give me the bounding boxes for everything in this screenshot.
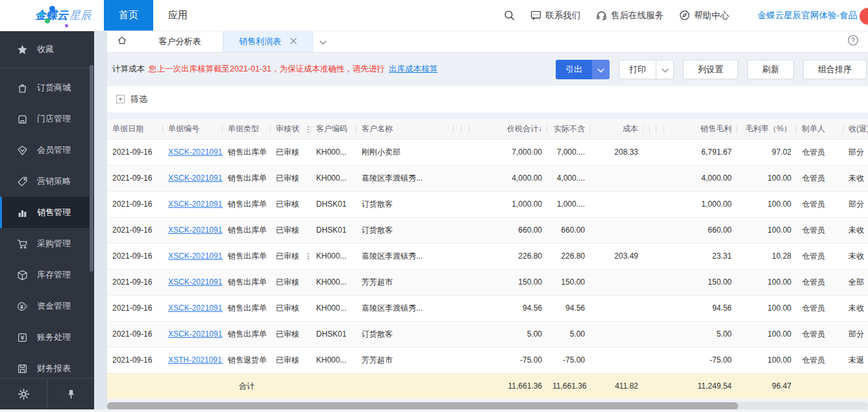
print-dropdown[interactable] <box>656 60 674 79</box>
header-col-audit-status[interactable]: 审核状态 <box>271 120 299 139</box>
cell-col-bill-type: 销售出库单 <box>223 243 271 269</box>
page-help-button[interactable] <box>847 31 868 52</box>
sidebar-item-funds-management[interactable]: 资金管理 <box>0 290 94 322</box>
brand-logo[interactable]: 金蝶云 星辰 <box>0 0 104 31</box>
cell-col-gross-profit: 23.31 <box>664 243 737 269</box>
cell-col-bill-type: 销售出库单 <box>223 217 271 243</box>
account-switcher[interactable]: 金蝶云星辰官网体验-食品 <box>758 0 868 31</box>
total-col-creator <box>797 373 843 399</box>
sidebar-item-inventory-management[interactable]: 库存管理 <box>0 259 94 290</box>
export-button[interactable]: 引出 <box>556 60 592 79</box>
cell-col-actual-amount: 94.56 <box>547 295 590 321</box>
cell-col-audit-status: 已审核 <box>271 347 299 373</box>
header-col-creator[interactable]: 制单人 <box>797 120 843 139</box>
header-col-payment-status[interactable]: 收(退)款状态 <box>843 120 868 139</box>
cell-col-spacer <box>462 321 469 347</box>
tab-close-icon[interactable] <box>290 38 297 45</box>
cell-col-spacer <box>650 191 656 217</box>
cell-col-cost <box>590 269 643 295</box>
bill-no-link[interactable]: XSCK-20210916 <box>168 303 223 313</box>
header-col-cost[interactable]: 成本 <box>590 120 643 139</box>
header-col-customer-code[interactable]: 客户编码 <box>311 120 356 139</box>
sidebar-item-order-mall[interactable]: 订货商城 <box>0 72 94 103</box>
tab-sales-profit[interactable]: 销售利润表 <box>223 31 313 52</box>
report-icon <box>17 363 28 374</box>
bill-no-link[interactable]: XSTH-20210916 <box>168 355 223 365</box>
cell-col-cost: 208.33 <box>590 139 643 165</box>
sidebar-bottom-bar <box>0 378 94 412</box>
header-col-spacer[interactable] <box>462 120 469 139</box>
search-button[interactable] <box>504 10 515 21</box>
bill-no-link[interactable]: XSCK-20210916 <box>168 251 223 261</box>
cost-accounting-link[interactable]: 出库成本核算 <box>389 64 438 75</box>
header-col-bill-date[interactable]: 单据日期 <box>107 120 163 139</box>
cell-col-spacer <box>650 165 656 191</box>
total-col-gross-margin: 96.47 <box>737 373 797 399</box>
cell-col-spacer <box>454 295 462 321</box>
sidebar: 收藏订货商城门店管理会员管理营销策略销售管理采购管理库存管理资金管理账务处理财务… <box>0 31 94 412</box>
cell-col-creator: 仓管员 <box>797 191 843 217</box>
header-col-spacer[interactable] <box>650 120 656 139</box>
table-body: 2021-09-16XSCK-20210916销售出库单已审核KH000...刚… <box>107 139 868 399</box>
chevron-down-icon <box>662 64 669 75</box>
refresh-button[interactable]: 刷新 <box>747 60 794 79</box>
nav-tab-home[interactable]: 首页 <box>104 0 153 31</box>
help-center[interactable]: 帮助中心 <box>679 10 729 21</box>
header-col-gross-profit[interactable]: 销售毛利 <box>664 120 737 139</box>
bill-no-link[interactable]: XSCK-20210916 <box>168 200 223 209</box>
bill-no-link[interactable]: XSCK-20210916 <box>168 329 223 339</box>
export-dropdown[interactable] <box>592 60 610 79</box>
cell-col-gross-margin: 100.00 <box>737 295 797 321</box>
search-icon <box>504 10 515 21</box>
tab-list-dropdown[interactable] <box>313 31 332 52</box>
after-sales-service[interactable]: 售后在线服务 <box>596 10 663 21</box>
sidebar-item-marketing-strategy[interactable]: 营销策略 <box>0 166 94 197</box>
sidebar-item-sales-management[interactable]: 销售管理 <box>0 197 94 228</box>
settings-button[interactable] <box>0 379 47 412</box>
pin-sidebar-button[interactable] <box>47 379 94 412</box>
home-tab-button[interactable] <box>107 31 137 52</box>
contact-us[interactable]: 联系我们 <box>530 10 580 21</box>
cell-col-tax-total: 94.56 <box>469 295 547 321</box>
cell-col-flag <box>299 139 311 165</box>
filter-toggle[interactable]: 筛选 <box>107 86 868 112</box>
header-col-flag[interactable]: ⋮ <box>299 120 311 139</box>
print-button[interactable]: 打印 <box>619 60 656 79</box>
tab-customer-analysis[interactable]: 客户分析表 <box>137 31 223 52</box>
cell-col-payment-status: 未收 <box>843 217 868 243</box>
sidebar-item-store-management[interactable]: 门店管理 <box>0 103 94 135</box>
sidebar-item-favorites[interactable]: 收藏 <box>0 31 94 68</box>
header-col-spacer[interactable] <box>643 120 650 139</box>
sidebar-item-label: 会员管理 <box>37 144 71 156</box>
column-settings-button[interactable]: 列设置 <box>683 60 738 79</box>
cell-col-payment-status: 部分 <box>843 321 868 347</box>
header-col-actual-amount[interactable]: 实际不含 <box>547 120 590 139</box>
bill-no-link[interactable]: XSCK-20210916 <box>168 174 223 183</box>
bill-no-link[interactable]: XSCK-20210916 <box>168 225 223 235</box>
total-col-tax-total: 11,661.36 <box>469 373 547 399</box>
combo-sort-button[interactable]: 组合排序 <box>803 60 867 79</box>
chevron-down-icon <box>319 36 327 47</box>
logo-dot <box>65 24 68 27</box>
bill-no-link[interactable]: XSCK-20210916 <box>168 277 223 287</box>
header-col-spacer[interactable] <box>656 120 664 139</box>
header-col-bill-no[interactable]: 单据编号 <box>163 120 223 139</box>
header-col-gross-margin[interactable]: 毛利率（%） <box>737 120 797 139</box>
cell-col-spacer <box>656 295 664 321</box>
cell-col-bill-no: XSCK-20210916 <box>163 217 223 243</box>
header-col-tax-total[interactable]: 价税合计↓ <box>469 120 547 139</box>
cell-col-gross-margin: 100.00 <box>737 321 797 347</box>
sidebar-item-member-management[interactable]: 会员管理 <box>0 135 94 166</box>
header-col-bill-type[interactable]: 单据类型 <box>223 120 271 139</box>
sidebar-item-purchase-management[interactable]: 采购管理 <box>0 228 94 259</box>
sidebar-item-accounting[interactable]: 账务处理 <box>0 322 94 353</box>
total-col-spacer <box>650 373 656 399</box>
logo-dot <box>45 18 50 23</box>
sidebar-scrollbar[interactable] <box>90 65 93 272</box>
header-col-spacer[interactable] <box>454 120 462 139</box>
nav-tab-apps[interactable]: 应用 <box>153 0 203 31</box>
header-col-customer-name[interactable]: 客户名称 <box>356 120 454 139</box>
cell-col-bill-no: XSTH-20210916 <box>163 347 223 373</box>
total-col-actual-amount: 11,661.36 <box>547 373 590 399</box>
bill-no-link[interactable]: XSCK-20210916 <box>168 148 223 157</box>
